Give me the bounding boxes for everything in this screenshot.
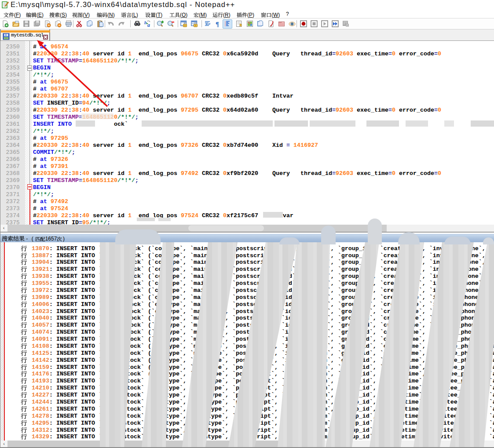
svg-text:b: b <box>144 20 147 25</box>
svg-text:a: a <box>147 22 150 27</box>
svg-text:¶: ¶ <box>216 21 219 28</box>
